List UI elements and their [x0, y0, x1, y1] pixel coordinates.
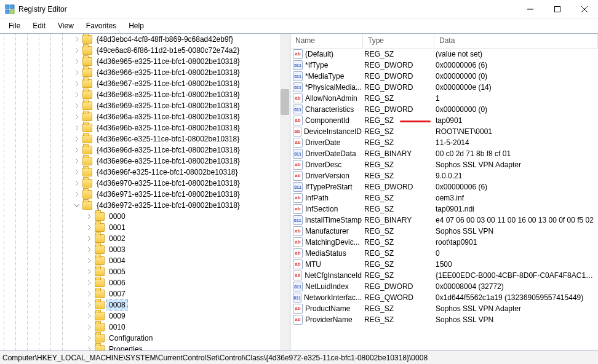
tree-key[interactable]: 0008: [0, 299, 290, 311]
chevron-right-icon[interactable]: [85, 301, 94, 309]
tree-key[interactable]: {4d36e96c-e325-11ce-bfc1-08002be10318}: [0, 133, 290, 144]
chevron-right-icon[interactable]: [73, 124, 81, 132]
chevron-right-icon[interactable]: [73, 90, 81, 99]
chevron-right-icon[interactable]: [73, 135, 81, 143]
chevron-right-icon[interactable]: [73, 168, 81, 176]
value-row[interactable]: abNetCfgInstanceIdREG_SZ{1EE00EDC-B000-4…: [290, 270, 598, 281]
value-row[interactable]: abMediaStatusREG_SZ0: [290, 248, 598, 259]
tree-key[interactable]: 0000: [0, 211, 290, 222]
chevron-right-icon[interactable]: [73, 35, 81, 44]
tree-key[interactable]: 0007: [0, 288, 290, 299]
minimize-button[interactable]: [517, 0, 544, 18]
chevron-right-icon[interactable]: [73, 190, 81, 199]
tree-key[interactable]: 0005: [0, 266, 290, 277]
value-row[interactable]: 011*MediaTypeREG_DWORD0x00000000 (0): [290, 71, 598, 82]
chevron-right-icon[interactable]: [73, 57, 81, 66]
tree-key[interactable]: Properties: [0, 344, 290, 350]
menu-item[interactable]: Help: [122, 20, 150, 32]
chevron-right-icon[interactable]: [73, 113, 81, 121]
value-row[interactable]: abProductNameREG_SZSophos SSL VPN Adapte…: [290, 303, 598, 314]
tree-key[interactable]: {4d36e96d-e325-11ce-bfc1-08002be10318}: [0, 144, 290, 156]
tree-key[interactable]: 0004: [0, 255, 290, 266]
chevron-right-icon[interactable]: [85, 345, 94, 350]
tree-key[interactable]: {4d36e96a-e325-11ce-bfc1-08002be10318}: [0, 111, 290, 122]
chevron-right-icon[interactable]: [73, 146, 81, 154]
string-value-icon: ab: [293, 171, 303, 181]
chevron-right-icon[interactable]: [85, 290, 94, 298]
column-header-type[interactable]: Type: [363, 34, 434, 48]
tree-key[interactable]: {4d36e96e-e325-11ce-bfc1-08002be10318}: [0, 156, 290, 167]
tree-key[interactable]: 0003: [0, 244, 290, 255]
tree-key[interactable]: 0001: [0, 222, 290, 233]
value-row[interactable]: 011DriverDateDataREG_BINARY00 c0 2d 71 8…: [290, 148, 598, 159]
chevron-right-icon[interactable]: [85, 323, 94, 331]
column-header-data[interactable]: Data: [434, 34, 598, 48]
chevron-right-icon[interactable]: [85, 334, 94, 342]
value-row[interactable]: abInfPathREG_SZoem3.inf: [290, 192, 598, 204]
value-row[interactable]: 011*PhysicalMedia...REG_DWORD0x0000000e …: [290, 82, 598, 93]
menu-item[interactable]: File: [2, 20, 26, 32]
chevron-right-icon[interactable]: [73, 179, 81, 188]
tree-key[interactable]: 0010: [0, 322, 290, 333]
value-row[interactable]: 011InstallTimeStampREG_BINARYe4 07 06 00…: [290, 215, 598, 226]
chevron-right-icon[interactable]: [73, 68, 81, 77]
menu-item[interactable]: Edit: [26, 20, 52, 32]
chevron-right-icon[interactable]: [73, 79, 81, 88]
value-row[interactable]: 011*IfTypeREG_DWORD0x00000006 (6): [290, 60, 598, 71]
tree-key[interactable]: 0002: [0, 233, 290, 244]
chevron-right-icon[interactable]: [85, 245, 94, 254]
tree-key[interactable]: {48d3ebc4-4cf8-48ff-b869-9c68ad42eb9f}: [0, 34, 290, 45]
chevron-down-icon[interactable]: [73, 201, 81, 210]
menu-item[interactable]: View: [52, 20, 80, 32]
tree-key[interactable]: {4d36e968-e325-11ce-bfc1-08002be10318}: [0, 89, 290, 100]
value-row[interactable]: 011IfTypePreStartREG_DWORD0x00000006 (6): [290, 181, 598, 192]
close-button[interactable]: [571, 0, 598, 18]
tree-key[interactable]: 0006: [0, 277, 290, 288]
tree-key[interactable]: 0009: [0, 311, 290, 322]
chevron-right-icon[interactable]: [73, 46, 81, 55]
chevron-right-icon[interactable]: [85, 212, 94, 221]
value-row[interactable]: abComponentIdREG_SZtap0901: [290, 115, 598, 126]
value-row[interactable]: 011NetLuidIndexREG_DWORD0x00008004 (3277…: [290, 281, 598, 292]
menu-item[interactable]: Favorites: [80, 20, 122, 32]
chevron-right-icon[interactable]: [85, 256, 94, 265]
value-row[interactable]: abDriverDescREG_SZSophos SSL VPN Adapter: [290, 159, 598, 170]
chevron-right-icon[interactable]: [85, 234, 94, 243]
tree-key[interactable]: {49ce6ac8-6f86-11d2-b1e5-0080c72e74a2}: [0, 45, 290, 56]
value-row[interactable]: 011CharacteristicsREG_DWORD0x00000000 (0…: [290, 104, 598, 115]
tree-key[interactable]: {4d36e966-e325-11ce-bfc1-08002be10318}: [0, 67, 290, 78]
tree-key[interactable]: {4d36e96f-e325-11ce-bfc1-08002be10318}: [0, 167, 290, 178]
tree-scrollbar[interactable]: [280, 34, 290, 350]
value-row[interactable]: ab(Default)REG_SZ(value not set): [290, 49, 598, 60]
maximize-button[interactable]: [544, 0, 571, 18]
chevron-right-icon[interactable]: [73, 101, 81, 110]
value-row[interactable]: 011NetworkInterfac...REG_QWORD0x1d644f55…: [290, 292, 598, 303]
column-header-name[interactable]: Name: [290, 34, 363, 48]
values-list-header[interactable]: Name Type Data: [290, 34, 598, 49]
tree-scrollbar-thumb[interactable]: [281, 89, 289, 115]
tree-key[interactable]: {4d36e965-e325-11ce-bfc1-08002be10318}: [0, 56, 290, 67]
value-row[interactable]: abAllowNonAdminREG_SZ1: [290, 93, 598, 104]
values-list[interactable]: Name Type Data ab(Default)REG_SZ(value n…: [290, 34, 598, 350]
chevron-right-icon[interactable]: [85, 312, 94, 320]
chevron-right-icon[interactable]: [85, 267, 94, 276]
value-row[interactable]: abManufacturerREG_SZSophos SSL VPN: [290, 226, 598, 237]
chevron-right-icon[interactable]: [73, 157, 81, 165]
tree-key[interactable]: {4d36e969-e325-11ce-bfc1-08002be10318}: [0, 100, 290, 111]
value-row[interactable]: abMatchingDevic...REG_SZroot\tap0901: [290, 237, 598, 248]
value-row[interactable]: abDriverVersionREG_SZ9.0.0.21: [290, 170, 598, 181]
tree-key[interactable]: Configuration: [0, 333, 290, 344]
value-row[interactable]: abProviderNameREG_SZSophos SSL VPN: [290, 314, 598, 325]
tree-pane[interactable]: {48d3ebc4-4cf8-48ff-b869-9c68ad42eb9f}{4…: [0, 34, 290, 350]
chevron-right-icon[interactable]: [85, 279, 94, 287]
value-row[interactable]: abDeviceInstanceIDREG_SZROOT\NET\0001: [290, 126, 598, 137]
chevron-right-icon[interactable]: [85, 223, 94, 232]
value-row[interactable]: abDriverDateREG_SZ11-5-2014: [290, 137, 598, 148]
tree-key[interactable]: {4d36e971-e325-11ce-bfc1-08002be10318}: [0, 189, 290, 200]
value-row[interactable]: abMTUREG_SZ1500: [290, 259, 598, 270]
value-row[interactable]: abInfSectionREG_SZtap0901.ndi: [290, 204, 598, 215]
tree-key[interactable]: {4d36e967-e325-11ce-bfc1-08002be10318}: [0, 78, 290, 89]
tree-key[interactable]: {4d36e96b-e325-11ce-bfc1-08002be10318}: [0, 122, 290, 133]
tree-key[interactable]: {4d36e970-e325-11ce-bfc1-08002be10318}: [0, 178, 290, 189]
tree-key[interactable]: {4d36e972-e325-11ce-bfc1-08002be10318}: [0, 200, 290, 211]
